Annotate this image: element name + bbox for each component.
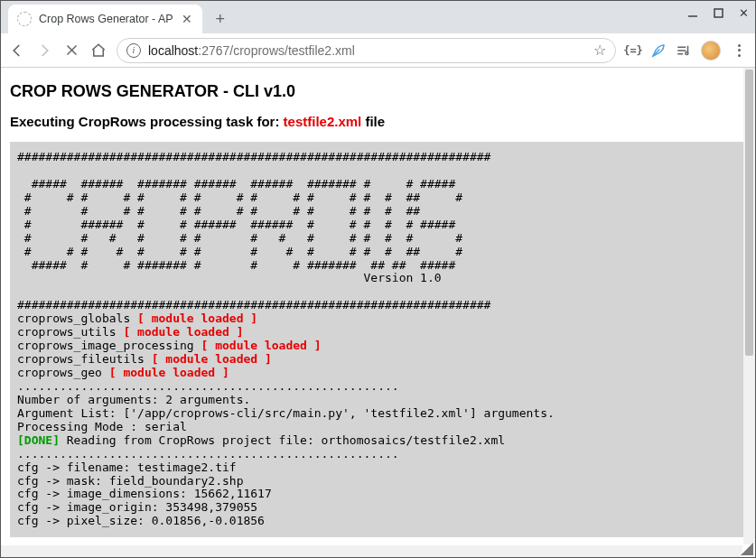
scrollbar-horizontal[interactable] <box>1 545 742 557</box>
back-button[interactable] <box>8 42 26 60</box>
browser-menu-icon[interactable] <box>730 42 748 60</box>
svg-rect-1 <box>714 9 723 17</box>
url-path: /croprows/testfile2.xml <box>229 43 354 58</box>
extension-feather-icon[interactable] <box>650 42 667 59</box>
extension-braces-icon[interactable]: {=} <box>625 42 641 59</box>
page-viewport[interactable]: CROP ROWS GENERATOR - CLI v1.0 Executing… <box>1 68 755 557</box>
forward-button <box>35 42 53 60</box>
svg-point-8 <box>686 51 688 54</box>
scroll-corner-icon <box>741 543 753 555</box>
browser-tabstrip: Crop Rows Generator - AP ✕ + ✕ <box>1 1 755 33</box>
window-minimize-icon[interactable] <box>686 6 699 19</box>
window-controls: ✕ <box>686 6 750 19</box>
terminal-output: ########################################… <box>10 142 746 537</box>
extension-media-icon[interactable] <box>676 42 692 59</box>
new-tab-button[interactable]: + <box>208 6 233 32</box>
browser-toolbar: i localhost:2767/croprows/testfile2.xml … <box>1 33 755 68</box>
scrollbar-vertical[interactable] <box>743 68 755 544</box>
page-content: CROP ROWS GENERATOR - CLI v1.0 Executing… <box>1 68 755 552</box>
profile-avatar[interactable] <box>701 41 721 60</box>
tab-favicon <box>17 12 32 26</box>
tab-title: Crop Rows Generator - AP <box>39 13 173 25</box>
url-host: localhost <box>148 43 198 58</box>
site-info-icon[interactable]: i <box>126 43 141 58</box>
home-button[interactable] <box>89 42 107 60</box>
bookmark-star-icon[interactable]: ☆ <box>593 42 606 59</box>
url-port: :2767 <box>198 43 229 58</box>
page-title: CROP ROWS GENERATOR - CLI v1.0 <box>10 82 746 101</box>
browser-tab-active[interactable]: Crop Rows Generator - AP ✕ <box>8 5 202 33</box>
close-tab-icon[interactable]: ✕ <box>181 13 193 25</box>
page-subtitle: Executing CropRows processing task for: … <box>10 114 746 129</box>
address-bar[interactable]: i localhost:2767/croprows/testfile2.xml … <box>117 38 616 63</box>
scrollbar-thumb[interactable] <box>745 70 753 356</box>
window-close-icon[interactable]: ✕ <box>737 6 750 19</box>
processing-filename: testfile2.xml <box>284 114 362 129</box>
stop-reload-button[interactable] <box>62 42 80 60</box>
window-maximize-icon[interactable] <box>712 6 724 19</box>
